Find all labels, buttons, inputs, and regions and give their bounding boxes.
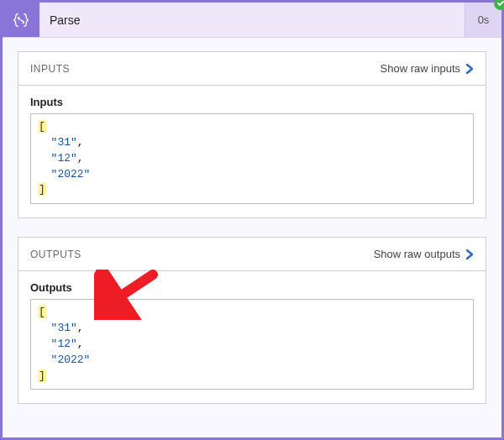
show-raw-outputs-link[interactable]: Show raw outputs: [374, 248, 474, 260]
step-type-icon: [3, 3, 39, 37]
show-raw-outputs-label: Show raw outputs: [374, 248, 460, 260]
outputs-card-title: OUTPUTS: [30, 249, 81, 260]
step-title: Parse: [39, 3, 465, 37]
outputs-json-viewer[interactable]: [ "31", "12", "2022" ]: [30, 299, 474, 390]
inputs-card-body: Inputs [ "31", "12", "2022" ]: [18, 86, 486, 217]
show-raw-inputs-label: Show raw inputs: [381, 62, 460, 75]
success-badge-icon: [494, 0, 504, 10]
inputs-card-title: INPUTS: [30, 63, 70, 75]
chevron-right-icon: [465, 63, 474, 75]
step-elapsed: 0s: [465, 3, 501, 37]
outputs-card-header: OUTPUTS Show raw outputs: [18, 238, 486, 271]
step-run-details: Parse 0s INPUTS Show raw inputs: [0, 0, 504, 440]
inputs-subhead: Inputs: [30, 96, 474, 108]
show-raw-inputs-link[interactable]: Show raw inputs: [381, 62, 474, 75]
inputs-card-header: INPUTS Show raw inputs: [18, 52, 486, 86]
outputs-subhead: Outputs: [30, 281, 474, 294]
braces-icon: [12, 11, 30, 29]
step-header: Parse 0s: [3, 3, 501, 38]
outputs-card: OUTPUTS Show raw outputs Outputs [ "31",…: [18, 237, 486, 404]
inputs-json-viewer[interactable]: [ "31", "12", "2022" ]: [30, 113, 474, 204]
elapsed-value: 0s: [478, 13, 490, 26]
outputs-card-body: Outputs [ "31", "12", "2022" ]: [18, 271, 486, 403]
inputs-card: INPUTS Show raw inputs Inputs [ "31", "1…: [18, 51, 486, 218]
details-body: INPUTS Show raw inputs Inputs [ "31", "1…: [3, 38, 501, 437]
chevron-right-icon: [465, 249, 474, 260]
